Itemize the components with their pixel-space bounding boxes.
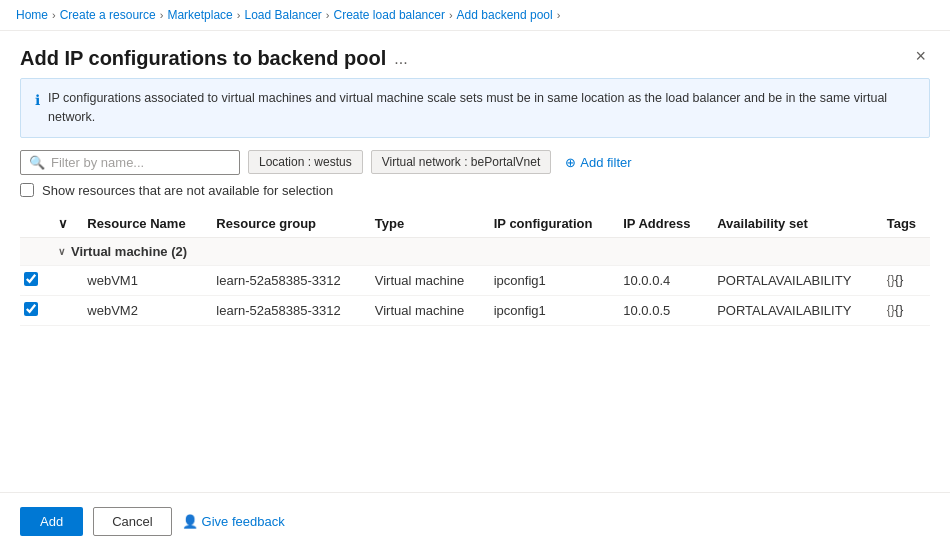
breadcrumb-create-resource[interactable]: Create a resource	[60, 8, 156, 22]
tags-sort[interactable]: Tags	[887, 216, 922, 231]
row1-type: Virtual machine	[367, 265, 486, 295]
info-banner: ℹ IP configurations associated to virtua…	[20, 78, 930, 138]
row2-expand-cell	[50, 295, 79, 325]
row1-group: learn-52a58385-3312	[208, 265, 366, 295]
breadcrumb-marketplace[interactable]: Marketplace	[167, 8, 232, 22]
breadcrumb: Home › Create a resource › Marketplace ›…	[0, 0, 950, 31]
show-unavailable-label: Show resources that are not available fo…	[42, 183, 333, 198]
panel-title-row: Add IP configurations to backend pool ..…	[20, 47, 408, 70]
row1-ipaddress: 10.0.0.4	[615, 265, 709, 295]
vnet-filter-tag[interactable]: Virtual network : bePortalVnet	[371, 150, 552, 174]
th-availability[interactable]: Availability set	[709, 210, 879, 238]
row2-checkbox[interactable]	[24, 302, 38, 316]
row2-tags-icon[interactable]: {}	[887, 302, 905, 318]
group-cb-cell	[20, 237, 50, 265]
table-wrap: ∨ Resource Name Resource group Type IP c…	[0, 210, 950, 326]
row1-expand-cell	[50, 265, 79, 295]
row2-tags[interactable]: {}	[879, 295, 930, 325]
row1-tags[interactable]: {}	[879, 265, 930, 295]
feedback-button[interactable]: 👤 Give feedback	[182, 514, 285, 529]
th-ipconfig[interactable]: IP configuration	[486, 210, 616, 238]
th-ipaddress[interactable]: IP Address	[615, 210, 709, 238]
breadcrumb-create-lb[interactable]: Create load balancer	[334, 8, 445, 22]
funnel-icon: ⊕	[565, 155, 576, 170]
row2-ipaddress: 10.0.0.5	[615, 295, 709, 325]
breadcrumb-sep-3: ›	[326, 9, 330, 21]
row2-name: webVM2	[79, 295, 208, 325]
resource-name-sort[interactable]: Resource Name	[87, 216, 200, 231]
info-icon: ℹ	[35, 90, 40, 111]
table-row: webVM2 learn-52a58385-3312 Virtual machi…	[20, 295, 930, 325]
breadcrumb-load-balancer[interactable]: Load Balancer	[244, 8, 321, 22]
feedback-label: Give feedback	[202, 514, 285, 529]
row2-ipconfig: ipconfig1	[486, 295, 616, 325]
th-type[interactable]: Type	[367, 210, 486, 238]
group-title: Virtual machine (2)	[71, 244, 187, 259]
th-expand: ∨	[50, 210, 79, 238]
group-label-cell: ∨ Virtual machine (2)	[50, 237, 930, 265]
ipconfig-sort[interactable]: IP configuration	[494, 216, 608, 231]
row1-checkbox[interactable]	[24, 272, 38, 286]
expand-sort[interactable]: ∨	[58, 216, 71, 231]
row2-cb-cell	[20, 295, 50, 325]
resources-table: ∨ Resource Name Resource group Type IP c…	[20, 210, 930, 326]
row2-type: Virtual machine	[367, 295, 486, 325]
row1-name: webVM1	[79, 265, 208, 295]
breadcrumb-sep-4: ›	[449, 9, 453, 21]
filter-bar: 🔍 Location : westus Virtual network : be…	[0, 150, 950, 183]
table-row: webVM1 learn-52a58385-3312 Virtual machi…	[20, 265, 930, 295]
add-filter-button[interactable]: ⊕ Add filter	[559, 151, 637, 174]
filter-input[interactable]	[51, 155, 231, 170]
feedback-icon: 👤	[182, 514, 198, 529]
row1-ipconfig: ipconfig1	[486, 265, 616, 295]
panel-more-options[interactable]: ...	[394, 50, 407, 68]
add-filter-label: Add filter	[580, 155, 631, 170]
th-resource-group[interactable]: Resource group	[208, 210, 366, 238]
row1-cb-cell	[20, 265, 50, 295]
type-sort[interactable]: Type	[375, 216, 478, 231]
table-header-row: ∨ Resource Name Resource group Type IP c…	[20, 210, 930, 238]
search-icon: 🔍	[29, 155, 45, 170]
breadcrumb-sep-0: ›	[52, 9, 56, 21]
th-select	[20, 210, 50, 238]
location-filter-tag[interactable]: Location : westus	[248, 150, 363, 174]
row2-group: learn-52a58385-3312	[208, 295, 366, 325]
show-unavailable-checkbox[interactable]	[20, 183, 34, 197]
row1-availability: PORTALAVAILABILITY	[709, 265, 879, 295]
panel-title: Add IP configurations to backend pool	[20, 47, 386, 70]
group-chevron[interactable]: ∨	[58, 246, 65, 257]
breadcrumb-sep-2: ›	[237, 9, 241, 21]
group-label: ∨ Virtual machine (2)	[58, 244, 922, 259]
filter-input-wrap[interactable]: 🔍	[20, 150, 240, 175]
availability-sort[interactable]: Availability set	[717, 216, 871, 231]
breadcrumb-sep-1: ›	[160, 9, 164, 21]
resource-group-sort[interactable]: Resource group	[216, 216, 358, 231]
close-button[interactable]: ×	[911, 47, 930, 65]
group-row-vm: ∨ Virtual machine (2)	[20, 237, 930, 265]
breadcrumb-sep-5: ›	[557, 9, 561, 21]
show-unavailable-row: Show resources that are not available fo…	[0, 183, 950, 210]
row2-availability: PORTALAVAILABILITY	[709, 295, 879, 325]
breadcrumb-add-backend-pool[interactable]: Add backend pool	[457, 8, 553, 22]
th-resource-name[interactable]: Resource Name	[79, 210, 208, 238]
add-button[interactable]: Add	[20, 507, 83, 536]
footer: Add Cancel 👤 Give feedback	[0, 492, 950, 550]
panel-header: Add IP configurations to backend pool ..…	[0, 31, 950, 78]
row1-tags-icon[interactable]: {}	[887, 272, 905, 288]
ipaddress-sort[interactable]: IP Address	[623, 216, 701, 231]
breadcrumb-home[interactable]: Home	[16, 8, 48, 22]
cancel-button[interactable]: Cancel	[93, 507, 171, 536]
info-text: IP configurations associated to virtual …	[48, 89, 915, 127]
th-tags[interactable]: Tags	[879, 210, 930, 238]
